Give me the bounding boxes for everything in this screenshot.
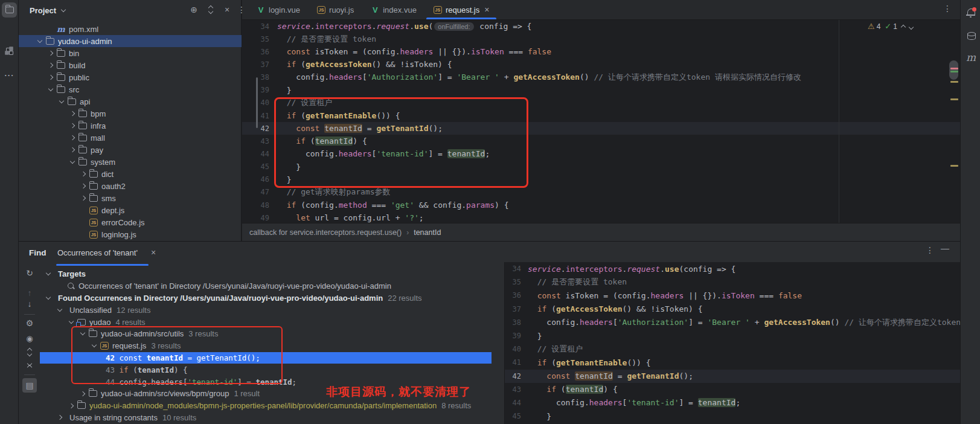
previous-occurrence-icon[interactable]: ↑ <box>24 287 36 299</box>
project-scrollbar[interactable] <box>256 77 258 128</box>
code-line[interactable]: 46 } <box>242 173 960 186</box>
code-line[interactable]: 42 const tenantId = getTenantId(); <box>505 370 960 383</box>
code-line[interactable]: 45 } <box>505 410 960 423</box>
preview-layout-icon[interactable]: ▤ <box>22 378 37 393</box>
preview-eye-icon[interactable]: ◉ <box>24 332 36 344</box>
chevron-right-icon[interactable] <box>70 123 75 128</box>
code-line[interactable]: 34service.interceptors.request.use(confi… <box>505 262 960 275</box>
find-row[interactable]: yudao4 results <box>40 316 492 328</box>
code-line[interactable]: 39 } <box>505 329 960 342</box>
breadcrumb-item[interactable]: tenantId <box>414 228 441 237</box>
tree-item[interactable]: JSerrorCode.js <box>19 216 242 228</box>
expand-all-icon[interactable] <box>24 346 36 358</box>
tab-request.js[interactable]: JSrequest.js× <box>425 0 498 19</box>
tree-item[interactable]: pay <box>19 144 242 156</box>
chevron-down-icon[interactable] <box>57 307 62 312</box>
find-row[interactable]: 42 const tenantId = getTenantId(); <box>40 352 492 364</box>
tree-item[interactable]: mall <box>19 132 242 144</box>
close-icon[interactable]: × <box>151 248 156 257</box>
code-line[interactable]: 41 if (getTenantEnable()) { <box>505 356 960 369</box>
tree-item[interactable]: infra <box>19 120 242 132</box>
chevron-right-icon[interactable] <box>81 172 86 176</box>
code-line[interactable]: 38 config.headers['Authorization'] = 'Be… <box>242 71 960 84</box>
code-line[interactable]: 38 config.headers['Authorization'] = 'Be… <box>505 316 960 329</box>
editor-scrollbar-thumb[interactable] <box>949 60 958 80</box>
structure-tool-button[interactable] <box>2 43 17 59</box>
code-line[interactable]: 37 if (getAccessToken() && !isToken) { <box>242 58 960 71</box>
database-button[interactable] <box>964 29 978 42</box>
chevron-right-icon[interactable] <box>69 403 74 408</box>
code-line[interactable]: 47 // get请求映射params参数 <box>242 186 960 199</box>
code-line[interactable]: 40 // 设置租户 <box>242 97 960 109</box>
find-row[interactable]: JSrequest.js3 results <box>40 340 492 352</box>
code-line[interactable]: 44 config.headers['tenant-id'] = tenantI… <box>242 147 960 160</box>
find-row[interactable]: Found Occurrences in Directory /Users/yu… <box>40 292 492 304</box>
find-row[interactable]: Usage in string constants10 results <box>40 412 492 424</box>
collapse-all-icon[interactable] <box>24 359 36 371</box>
collapse-all-icon[interactable]: × <box>222 5 232 14</box>
chevron-down-icon[interactable] <box>59 98 64 103</box>
find-row[interactable]: yudao-ui-admin/src/utils3 results <box>40 328 492 340</box>
next-problem-icon[interactable] <box>909 22 913 31</box>
chevron-right-icon[interactable] <box>48 63 53 68</box>
chevron-down-icon[interactable] <box>92 342 97 347</box>
code-line[interactable]: 48 if (config.method === 'get' && config… <box>242 199 960 211</box>
code-line[interactable]: 45 } <box>242 161 960 173</box>
find-row[interactable]: Targets <box>40 268 492 280</box>
code-line[interactable]: 36 const isToken = (config.headers || {}… <box>505 289 960 302</box>
more-tool-windows-button[interactable]: ··· <box>2 68 17 83</box>
tree-item[interactable]: JSloginlog.js <box>19 228 242 240</box>
tree-item[interactable]: yudao-ui-admin <box>19 35 242 47</box>
editor-options-icon[interactable]: ⋮ <box>942 4 953 13</box>
tree-item[interactable]: public <box>19 71 242 83</box>
code-line[interactable]: 49 let url = config.url + '?'; <box>242 211 960 223</box>
chevron-down-icon[interactable] <box>37 37 42 42</box>
chevron-right-icon[interactable] <box>57 415 62 420</box>
maven-button[interactable]: m <box>964 51 978 64</box>
tree-item[interactable]: JSdept.js <box>19 204 242 216</box>
chevron-right-icon[interactable] <box>48 75 53 80</box>
code-line[interactable]: 44 config.headers['tenant-id'] = tenantI… <box>505 396 960 410</box>
chevron-right-icon[interactable] <box>70 147 75 152</box>
settings-gear-icon[interactable]: ⚙ <box>24 317 36 329</box>
find-row[interactable]: Occurrences of 'tenant' in Directory /Us… <box>40 280 492 292</box>
tree-item[interactable]: system <box>19 156 242 168</box>
code-line[interactable]: 36 const isToken = (config.headers || {}… <box>242 45 960 58</box>
code-line[interactable]: 43 if (tenantId) { <box>505 383 960 396</box>
code-line[interactable]: 34service.interceptors.request.use(onFul… <box>242 20 960 33</box>
code-line[interactable]: 35 // 是否需要设置 token <box>242 33 960 45</box>
editor-code-area[interactable]: 34service.interceptors.request.use(onFul… <box>242 20 960 223</box>
code-line[interactable]: 41 if (getTenantEnable()) { <box>242 109 960 122</box>
chevron-right-icon[interactable] <box>80 391 85 396</box>
tree-item[interactable]: mpom.xml <box>19 23 242 35</box>
chevron-down-icon[interactable] <box>46 271 51 275</box>
code-line[interactable]: 35 // 是否需要设置 token <box>505 275 960 289</box>
tree-item[interactable]: sms <box>19 192 242 204</box>
tab-login.vue[interactable]: Vlogin.vue <box>248 0 309 19</box>
chevron-right-icon[interactable] <box>81 196 86 201</box>
close-icon[interactable]: × <box>484 5 489 14</box>
code-line[interactable]: 40 // 设置租户 <box>505 342 960 356</box>
chevron-right-icon[interactable] <box>48 51 53 56</box>
find-row[interactable]: 43 if (tenantId) { <box>40 364 492 376</box>
chevron-down-icon[interactable] <box>61 7 66 11</box>
preview-editor-pane[interactable]: 34service.interceptors.request.use(confi… <box>504 262 960 424</box>
rerun-search-icon[interactable]: ↻ <box>24 267 36 279</box>
tree-item[interactable]: api <box>19 95 242 108</box>
chevron-right-icon[interactable] <box>70 111 75 116</box>
chevron-right-icon[interactable] <box>70 135 75 140</box>
inspection-widget[interactable]: ⚠ 4 ✓ 1 <box>868 22 913 31</box>
expand-icon[interactable] <box>205 5 216 16</box>
tree-item[interactable]: dict <box>19 168 242 180</box>
code-line[interactable]: 37 if (getAccessToken() && !isToken) { <box>505 303 960 316</box>
next-occurrence-icon[interactable]: ↓ <box>24 298 36 310</box>
project-tool-button[interactable] <box>2 2 17 18</box>
chevron-right-icon[interactable] <box>81 184 86 188</box>
find-row[interactable]: yudao-ui-admin/node_modules/bpmn-js-prop… <box>40 400 492 412</box>
chevron-down-icon[interactable] <box>46 295 51 300</box>
code-line[interactable]: 39 } <box>242 84 960 97</box>
locate-file-icon[interactable]: ⊕ <box>188 5 199 14</box>
tree-item[interactable]: src <box>19 83 242 95</box>
code-line[interactable]: 43 if (tenantId) { <box>242 135 960 147</box>
tree-item[interactable]: bin <box>19 47 242 59</box>
